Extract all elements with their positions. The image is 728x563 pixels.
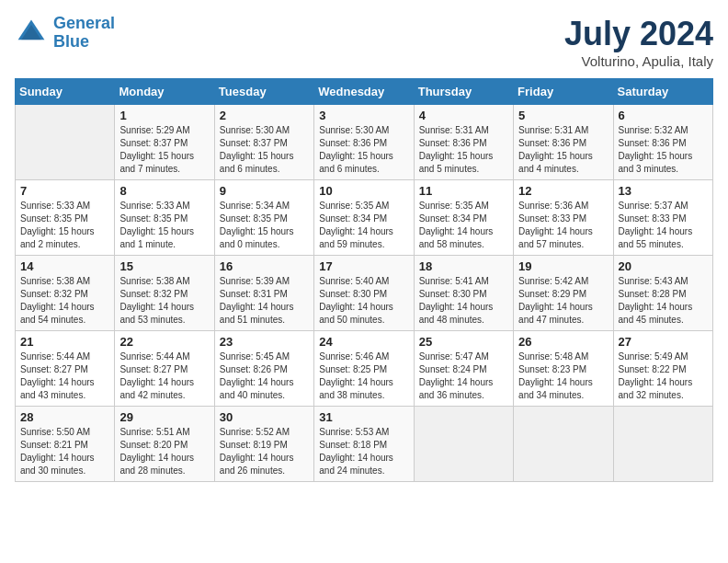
day-number: 2 [220, 109, 309, 122]
cell-info: Sunrise: 5:45 AMSunset: 8:26 PMDaylight:… [220, 350, 309, 402]
day-number: 13 [619, 184, 708, 198]
calendar-cell: 6Sunrise: 5:32 AMSunset: 8:36 PMDaylight… [613, 105, 712, 180]
cell-info: Sunrise: 5:33 AMSunset: 8:35 PMDaylight:… [20, 200, 109, 251]
cell-info: Sunrise: 5:46 AMSunset: 8:25 PMDaylight:… [319, 350, 408, 402]
calendar-week-row: 21Sunrise: 5:44 AMSunset: 8:27 PMDayligh… [16, 331, 713, 407]
day-number: 20 [619, 259, 708, 273]
day-number: 23 [220, 335, 309, 349]
calendar-cell: 10Sunrise: 5:35 AMSunset: 8:34 PMDayligh… [314, 180, 414, 256]
calendar-cell [613, 407, 712, 482]
cell-info: Sunrise: 5:31 AMSunset: 8:36 PMDaylight:… [419, 124, 508, 176]
title-area: July 2024 Volturino, Apulia, Italy [564, 15, 713, 69]
cell-info: Sunrise: 5:52 AMSunset: 8:19 PMDaylight:… [220, 426, 309, 477]
calendar-cell: 1Sunrise: 5:29 AMSunset: 8:37 PMDaylight… [115, 105, 214, 180]
day-number: 29 [119, 410, 209, 424]
calendar-cell: 30Sunrise: 5:52 AMSunset: 8:19 PMDayligh… [214, 407, 313, 482]
calendar-cell: 24Sunrise: 5:46 AMSunset: 8:25 PMDayligh… [314, 331, 414, 407]
day-number: 4 [419, 109, 508, 122]
cell-info: Sunrise: 5:49 AMSunset: 8:22 PMDaylight:… [619, 350, 708, 402]
calendar-cell: 15Sunrise: 5:38 AMSunset: 8:32 PMDayligh… [115, 256, 214, 331]
month-title: July 2024 [564, 15, 713, 53]
calendar-cell: 26Sunrise: 5:48 AMSunset: 8:23 PMDayligh… [514, 331, 613, 407]
cell-info: Sunrise: 5:36 AMSunset: 8:33 PMDaylight:… [518, 200, 608, 251]
calendar-week-row: 14Sunrise: 5:38 AMSunset: 8:32 PMDayligh… [16, 256, 713, 331]
cell-info: Sunrise: 5:37 AMSunset: 8:33 PMDaylight:… [619, 200, 708, 251]
day-number: 5 [518, 109, 608, 122]
header: General Blue July 2024 Volturino, Apulia… [15, 15, 713, 69]
day-number: 17 [319, 259, 408, 273]
calendar-week-row: 7Sunrise: 5:33 AMSunset: 8:35 PMDaylight… [16, 180, 713, 256]
day-number: 27 [619, 335, 708, 349]
calendar-cell: 16Sunrise: 5:39 AMSunset: 8:31 PMDayligh… [214, 256, 313, 331]
weekday-header-cell: Wednesday [314, 79, 414, 105]
calendar-cell: 5Sunrise: 5:31 AMSunset: 8:36 PMDaylight… [514, 105, 613, 180]
calendar-cell: 12Sunrise: 5:36 AMSunset: 8:33 PMDayligh… [514, 180, 613, 256]
day-number: 11 [419, 184, 508, 198]
cell-info: Sunrise: 5:30 AMSunset: 8:36 PMDaylight:… [319, 124, 408, 176]
location-subtitle: Volturino, Apulia, Italy [564, 53, 713, 69]
calendar-table: SundayMondayTuesdayWednesdayThursdayFrid… [15, 78, 713, 482]
cell-info: Sunrise: 5:44 AMSunset: 8:27 PMDaylight:… [119, 350, 209, 402]
calendar-cell: 11Sunrise: 5:35 AMSunset: 8:34 PMDayligh… [414, 180, 513, 256]
weekday-header-cell: Friday [514, 79, 613, 105]
cell-info: Sunrise: 5:42 AMSunset: 8:29 PMDaylight:… [518, 275, 608, 327]
day-number: 6 [619, 109, 708, 122]
calendar-cell: 27Sunrise: 5:49 AMSunset: 8:22 PMDayligh… [613, 331, 712, 407]
cell-info: Sunrise: 5:43 AMSunset: 8:28 PMDaylight:… [619, 275, 708, 327]
calendar-cell [514, 407, 613, 482]
cell-info: Sunrise: 5:35 AMSunset: 8:34 PMDaylight:… [419, 200, 508, 251]
weekday-header-cell: Sunday [16, 79, 115, 105]
cell-info: Sunrise: 5:38 AMSunset: 8:32 PMDaylight:… [119, 275, 209, 327]
day-number: 24 [319, 335, 408, 349]
cell-info: Sunrise: 5:35 AMSunset: 8:34 PMDaylight:… [319, 200, 408, 251]
day-number: 21 [20, 335, 109, 349]
calendar-week-row: 28Sunrise: 5:50 AMSunset: 8:21 PMDayligh… [16, 407, 713, 482]
calendar-cell: 20Sunrise: 5:43 AMSunset: 8:28 PMDayligh… [613, 256, 712, 331]
calendar-cell: 28Sunrise: 5:50 AMSunset: 8:21 PMDayligh… [16, 407, 115, 482]
calendar-cell: 25Sunrise: 5:47 AMSunset: 8:24 PMDayligh… [414, 331, 513, 407]
cell-info: Sunrise: 5:53 AMSunset: 8:18 PMDaylight:… [319, 426, 408, 477]
calendar-cell: 4Sunrise: 5:31 AMSunset: 8:36 PMDaylight… [414, 105, 513, 180]
calendar-cell [414, 407, 513, 482]
day-number: 1 [119, 109, 209, 122]
day-number: 12 [518, 184, 608, 198]
weekday-header-cell: Saturday [613, 79, 712, 105]
cell-info: Sunrise: 5:50 AMSunset: 8:21 PMDaylight:… [20, 426, 109, 477]
day-number: 19 [518, 259, 608, 273]
logo-text: General Blue [53, 15, 115, 52]
day-number: 16 [220, 259, 309, 273]
cell-info: Sunrise: 5:34 AMSunset: 8:35 PMDaylight:… [220, 200, 309, 251]
calendar-cell: 29Sunrise: 5:51 AMSunset: 8:20 PMDayligh… [115, 407, 214, 482]
day-number: 30 [220, 410, 309, 424]
calendar-cell: 9Sunrise: 5:34 AMSunset: 8:35 PMDaylight… [214, 180, 313, 256]
calendar-cell: 8Sunrise: 5:33 AMSunset: 8:35 PMDaylight… [115, 180, 214, 256]
cell-info: Sunrise: 5:47 AMSunset: 8:24 PMDaylight:… [419, 350, 508, 402]
day-number: 7 [20, 184, 109, 198]
calendar-cell: 31Sunrise: 5:53 AMSunset: 8:18 PMDayligh… [314, 407, 414, 482]
calendar-cell: 22Sunrise: 5:44 AMSunset: 8:27 PMDayligh… [115, 331, 214, 407]
cell-info: Sunrise: 5:44 AMSunset: 8:27 PMDaylight:… [20, 350, 109, 402]
cell-info: Sunrise: 5:33 AMSunset: 8:35 PMDaylight:… [119, 200, 209, 251]
day-number: 15 [119, 259, 209, 273]
calendar-cell: 23Sunrise: 5:45 AMSunset: 8:26 PMDayligh… [214, 331, 313, 407]
cell-info: Sunrise: 5:38 AMSunset: 8:32 PMDaylight:… [20, 275, 109, 327]
day-number: 25 [419, 335, 508, 349]
weekday-header-cell: Monday [115, 79, 214, 105]
day-number: 18 [419, 259, 508, 273]
calendar-body: 1Sunrise: 5:29 AMSunset: 8:37 PMDaylight… [16, 105, 713, 482]
day-number: 22 [119, 335, 209, 349]
weekday-header-row: SundayMondayTuesdayWednesdayThursdayFrid… [16, 79, 713, 105]
cell-info: Sunrise: 5:30 AMSunset: 8:37 PMDaylight:… [220, 124, 309, 176]
logo: General Blue [15, 15, 115, 52]
calendar-cell: 7Sunrise: 5:33 AMSunset: 8:35 PMDaylight… [16, 180, 115, 256]
calendar-cell: 14Sunrise: 5:38 AMSunset: 8:32 PMDayligh… [16, 256, 115, 331]
day-number: 31 [319, 410, 408, 424]
calendar-cell: 3Sunrise: 5:30 AMSunset: 8:36 PMDaylight… [314, 105, 414, 180]
calendar-cell: 18Sunrise: 5:41 AMSunset: 8:30 PMDayligh… [414, 256, 513, 331]
day-number: 28 [20, 410, 109, 424]
calendar-cell: 13Sunrise: 5:37 AMSunset: 8:33 PMDayligh… [613, 180, 712, 256]
cell-info: Sunrise: 5:32 AMSunset: 8:36 PMDaylight:… [619, 124, 708, 176]
cell-info: Sunrise: 5:41 AMSunset: 8:30 PMDaylight:… [419, 275, 508, 327]
cell-info: Sunrise: 5:29 AMSunset: 8:37 PMDaylight:… [119, 124, 209, 176]
day-number: 9 [220, 184, 309, 198]
